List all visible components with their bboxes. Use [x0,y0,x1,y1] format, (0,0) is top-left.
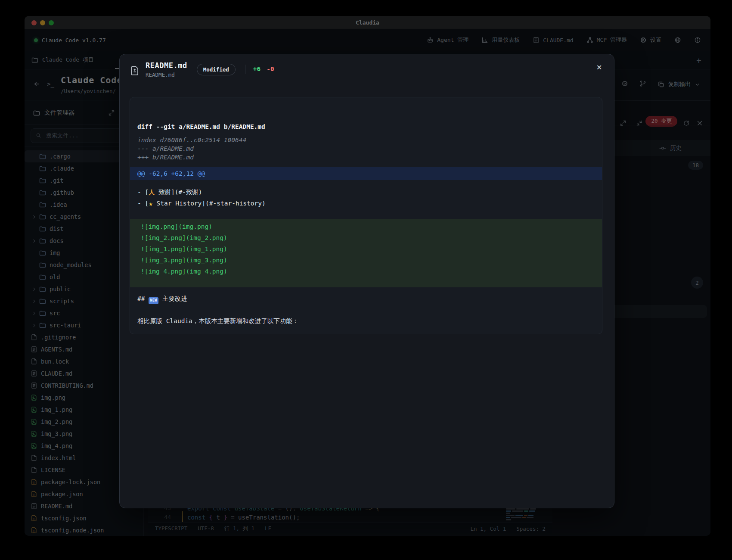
diff-modal: README.md README.md Modified +6 -0 × dif… [119,54,614,508]
diff-content: diff --git a/README.md b/README.md index… [130,113,602,326]
modal-title: README.md [146,61,187,70]
divider [245,65,245,74]
diff-added-line: ![img_1.png](img_1.png) [130,243,602,255]
diff-card: diff --git a/README.md b/README.md index… [130,97,602,334]
diff-meta: index d76086f..c0c2514 100644--- a/READM… [137,136,595,162]
diff-context-line: - [人 致谢](#-致谢) [137,187,595,198]
modal-subtitle: README.md [146,72,187,78]
desktop-background: Claudia Claude Code v1.0.77 Agent 管理用量仪表… [0,0,732,560]
diff-hunk-header: @@ -62,6 +62,12 @@ [130,167,602,180]
diff-added-line: ![img_3.png](img_3.png) [130,255,602,266]
diff-context-lines: - [人 致谢](#-致谢)- [★ Star History](#-star-… [137,187,595,209]
diff-heading-line: ## NEW 主要改进 [137,293,595,304]
modified-badge: Modified [197,64,236,75]
diff-added-line: ![img_4.png](img_4.png) [130,266,602,277]
diff-meta-line: index d76086f..c0c2514 100644 [137,136,595,144]
diff-added-block: ![img.png](img.png)![img_2.png](img_2.pn… [130,219,602,287]
star-emoji: ★ [149,198,153,209]
app-window: Claudia Claude Code v1.0.77 Agent 管理用量仪表… [25,16,710,536]
diff-added-line: ![img.png](img.png) [130,221,602,232]
additions-count: +6 [253,65,261,72]
pray-emoji: 人 [149,187,155,198]
diff-paragraph: 相比原版 Claudia，本版本主要新增和改进了以下功能： [137,316,595,326]
diff-command: diff --git a/README.md b/README.md [137,122,595,131]
new-emoji: NEW [149,297,158,304]
diff-card-toolbar [130,97,602,113]
diff-meta-line: +++ b/README.md [137,153,595,162]
diff-context-line: - [★ Star History](#-star-history) [137,198,595,209]
file-diff-icon [130,65,140,77]
diff-meta-line: --- a/README.md [137,144,595,153]
deletions-count: -0 [267,65,274,72]
diff-added-line: ![img_2.png](img_2.png) [130,232,602,243]
modal-close-button[interactable]: × [596,63,602,72]
modal-header: README.md README.md Modified +6 -0 [130,61,604,87]
